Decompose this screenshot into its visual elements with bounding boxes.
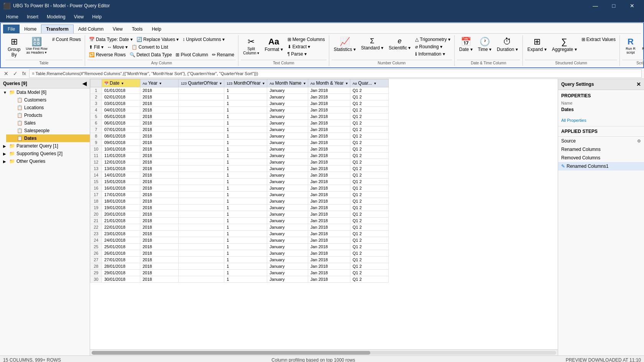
run-python-button[interactable]: 🐍 Run Pythonscript: [640, 36, 644, 56]
title-bar: ⬛ UBG To Power BI - Model - Power Query …: [0, 0, 644, 11]
detect-data-label: Detect Data Type: [136, 52, 172, 57]
rounding-button[interactable]: ⌀ Rounding ▾: [414, 43, 452, 50]
use-first-row-button[interactable]: 🔠 Use First Rowas Headers ▾: [23, 36, 50, 56]
sidebar-item-customers[interactable]: 📋 Customers: [6, 96, 90, 104]
scientific-button[interactable]: e Scientific ▾: [386, 36, 413, 52]
col-header-monthyear[interactable]: Aα Month & Year ▾: [308, 79, 350, 87]
col-header-date[interactable]: 📅 Date ▾: [102, 79, 140, 87]
sidebar-item-sales[interactable]: 📋 Sales: [6, 119, 90, 127]
col-header-quarter[interactable]: Aα Quar... ▾: [350, 79, 388, 87]
formula-check-button[interactable]: ✓: [12, 70, 19, 77]
group-by-button[interactable]: ⊞ GroupBy: [5, 36, 23, 59]
cell-monthyear: Jan 2018: [308, 270, 350, 276]
maximize-button[interactable]: □: [605, 0, 623, 11]
fill-button[interactable]: ⬆ Fill ▾: [87, 44, 105, 51]
sidebar-item-locations[interactable]: 📋 Locations: [6, 104, 90, 111]
data-type-button[interactable]: 📅 Data Type: Date ▾: [87, 36, 134, 43]
tab-view[interactable]: View: [108, 25, 127, 33]
sidebar-item-salespeople[interactable]: 📋 Salespeople: [6, 127, 90, 134]
move-button[interactable]: ↔ Move ▾: [106, 44, 130, 51]
top-menu-modeling[interactable]: Modeling: [43, 13, 69, 21]
cell-year: 2018: [140, 172, 179, 179]
col-header-monthofyear[interactable]: 123 MonthOfYear ▾: [224, 79, 267, 87]
convert-list-button[interactable]: 📋 Convert to List: [130, 44, 169, 51]
tab-transform[interactable]: Transform: [41, 25, 74, 33]
information-button[interactable]: ℹ Information ▾: [414, 51, 452, 57]
cell-date: 09/01/2018: [102, 139, 140, 146]
cell-monthname: January: [267, 87, 308, 94]
rounding-icon: ⌀: [415, 44, 418, 49]
cell-year: 2018: [140, 94, 179, 100]
extract-values-button[interactable]: ⊞ Extract Values: [580, 36, 617, 43]
aggregate-label: Aggregate ▾: [552, 47, 577, 52]
replace-values-button[interactable]: 🔄 Replace Values ▾: [135, 36, 181, 43]
tab-help[interactable]: Help: [147, 25, 166, 33]
group-by-icon: ⊞: [11, 38, 18, 46]
count-rows-button[interactable]: # Count Rows: [51, 36, 82, 43]
reverse-rows-button[interactable]: 🔁 Reverse Rows: [87, 51, 127, 58]
format-button[interactable]: Aa Format ▾: [262, 36, 285, 54]
sales-label: Sales: [24, 120, 36, 126]
step-source-gear-icon[interactable]: ⚙: [637, 139, 641, 144]
detect-data-button[interactable]: 🔍 Detect Data Type: [128, 51, 174, 58]
rename-button[interactable]: ✏ Rename: [210, 51, 236, 58]
expand-button[interactable]: ⊞ Expand ▾: [525, 36, 549, 54]
col-header-monthname[interactable]: Aα Month Name ▾: [267, 79, 308, 87]
ribbon: File Home Transform Add Column View Tool…: [0, 22, 644, 68]
split-column-button[interactable]: ✂ SplitColumn ▾: [241, 36, 261, 57]
col-header-year[interactable]: Aα Year ▾: [140, 79, 179, 87]
tree-group-parameter[interactable]: ▶ 📁 Parameter Query [1]: [0, 142, 90, 150]
qoy-dropdown-icon: ▾: [220, 81, 222, 85]
aggregate-button[interactable]: ∑ Aggregate ▾: [550, 36, 579, 54]
sidebar-item-products[interactable]: 📋 Products: [6, 111, 90, 119]
tree-group-supporting[interactable]: ▶ 📁 Supporting Queries [2]: [0, 150, 90, 157]
step-renamed-columns1[interactable]: ✎ Renamed Columns1: [558, 162, 644, 170]
extract-button[interactable]: ⬇ Extract ▾: [286, 43, 327, 50]
duration-button[interactable]: ⏱ Duration ▾: [495, 36, 520, 54]
tab-file[interactable]: File: [3, 25, 20, 33]
applied-steps-list: Source ⚙ Renamed Columns Removed Columns…: [558, 137, 644, 170]
table-row: 101/01/201820181JanuaryJan 2018Q1 2: [90, 87, 389, 94]
top-menu-home[interactable]: Home: [2, 13, 22, 21]
top-menu-help[interactable]: Help: [89, 13, 106, 21]
minimize-button[interactable]: —: [586, 0, 604, 11]
run-r-button[interactable]: R Run Rscript: [622, 36, 639, 56]
standard-button[interactable]: Σ Standard ▾: [359, 36, 386, 52]
grid-container[interactable]: 📅 Date ▾ Aα Year ▾ 123 QuarterOfYear: [90, 79, 558, 349]
cell-quarterofyear: [179, 244, 224, 250]
panel-close-button[interactable]: ✕: [636, 81, 641, 87]
unpivot-button[interactable]: ↕ Unpivot Columns ▾: [181, 36, 226, 43]
sidebar-item-dates[interactable]: 📋 Dates: [6, 134, 90, 142]
top-menu-insert[interactable]: Insert: [23, 13, 42, 21]
tab-tools[interactable]: Tools: [127, 25, 147, 33]
tree-group-other[interactable]: ▶ 📁 Other Queries: [0, 157, 90, 165]
parse-button[interactable]: ¶ Parse ▾: [286, 51, 327, 57]
tab-add-column[interactable]: Add Column: [74, 25, 108, 33]
formula-close-button[interactable]: ✕: [2, 70, 10, 77]
formula-input[interactable]: [29, 69, 642, 78]
sidebar-collapse-button[interactable]: ◀: [82, 80, 87, 87]
time-button[interactable]: 🕐 Time ▾: [476, 36, 494, 54]
cell-date: 14/01/2018: [102, 172, 140, 179]
top-menu-view[interactable]: View: [70, 13, 88, 21]
pivot-button[interactable]: ⊞ Pivot Column: [174, 51, 209, 58]
tree-group-data-model[interactable]: ▼ 📁 Data Model [6]: [0, 88, 90, 96]
tab-home[interactable]: Home: [20, 25, 41, 33]
qoy-type-icon: 123: [181, 82, 187, 85]
cell-date: 25/01/2018: [102, 244, 140, 250]
close-button[interactable]: ✕: [623, 0, 641, 11]
cell-date: 27/01/2018: [102, 257, 140, 263]
trigonometry-button[interactable]: △ Trigonometry ▾: [414, 36, 452, 43]
statistics-button[interactable]: 📈 Statistics ▾: [332, 36, 358, 54]
cell-monthofyear: 1: [224, 94, 267, 100]
step-removed-columns[interactable]: Removed Columns: [558, 154, 644, 162]
all-properties-link[interactable]: All Properties: [561, 118, 586, 123]
datetime-buttons: 📅 Date ▾ 🕐 Time ▾ ⏱ Duration ▾: [457, 36, 520, 59]
merge-columns-button[interactable]: ⊞ Merge Columns: [286, 36, 327, 43]
unpivot-icon: ↕: [182, 37, 185, 42]
step-renamed-columns[interactable]: Renamed Columns: [558, 145, 644, 154]
col-header-quarterofyear[interactable]: 123 QuarterOfYear ▾: [179, 79, 224, 87]
date-button[interactable]: 📅 Date ▾: [457, 36, 475, 54]
step-source[interactable]: Source ⚙: [558, 137, 644, 145]
horizontal-scrollbar[interactable]: [90, 349, 558, 355]
